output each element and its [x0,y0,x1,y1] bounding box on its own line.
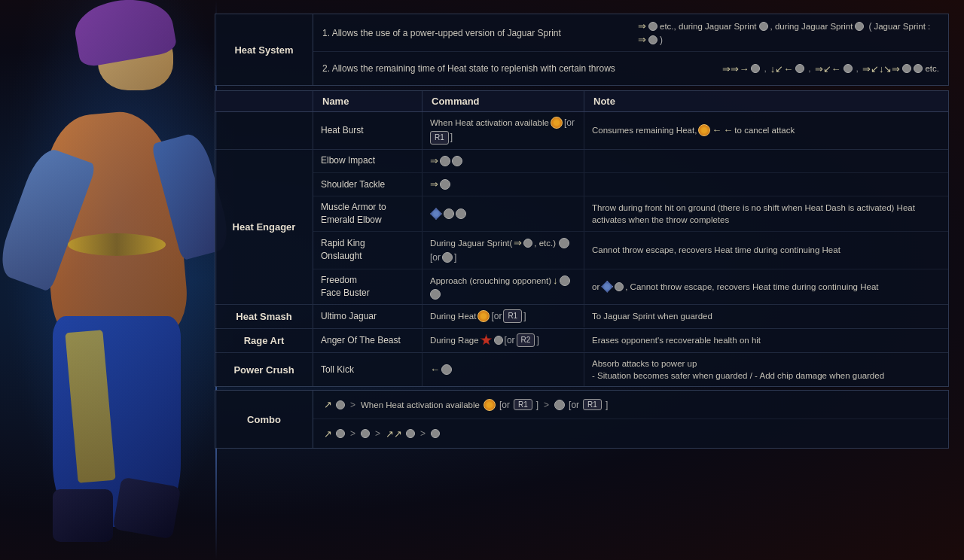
heat-burst-name: Heat Burst [313,112,423,149]
power-crush-label: Power Crush [215,353,313,386]
r1-box-hb: R1 [430,131,449,145]
rk-bracket2: ] [454,251,456,264]
elbow-impact-row: Elbow Impact ⇒ [313,150,948,173]
combo2-dot4 [431,429,440,438]
combo1-r1b: R1 [583,399,602,410]
combo1-sep2: > [544,400,549,410]
muscle-armor-text: Muscle Armor toEmerald Elbow [321,201,386,227]
d2 [795,64,804,73]
tk-arrow: ← [430,363,440,376]
heat-burst-note-text: Consumes remaining Heat, [592,124,697,136]
circle-dot-4 [648,35,657,44]
combo1-when: When Heat activation available [361,400,480,409]
heat-engager-rows: Elbow Impact ⇒ Shoulder Tackle ⇒ [313,150,948,304]
heat-system-panel: Heat System 1. Allows the use of a power… [215,14,949,86]
rapid-king-text: Rapid KingOnslaught [321,237,365,263]
heat-system-row-1: 1. Allows the use of a power-upped versi… [313,14,948,52]
muscle-armor-row: Muscle Armor toEmerald Elbow Throw durin… [313,196,948,232]
arrow-left-2: ← [723,123,733,137]
shoulder-tackle-row: Shoulder Tackle ⇒ [313,173,948,196]
combo-row-1: ↗ > When Heat activation available [or R… [313,391,948,419]
elbow-impact-cmd: ⇒ [423,150,584,172]
st-dot [440,179,450,190]
freedom-face-buster-row: FreedomFace Buster Approach (crouching o… [313,269,948,304]
heat-system-row-2: 2. Allows the remaining time of Heat sta… [313,52,948,85]
heat-engager-section: Heat Engager Elbow Impact ⇒ [215,150,948,305]
bracket-close: ) [660,35,663,45]
combo-panel: Combo ↗ > When Heat activation available… [215,390,949,449]
muscle-armor-note: Throw during front hit on ground (there … [584,196,948,231]
combo1-dot2 [554,400,565,410]
th-command: Command [423,91,584,111]
heat-burst-command: When Heat activation available [or R1 ] [423,112,584,149]
ei-dot2 [452,156,462,166]
combo1-sep1: > [350,400,355,410]
heat-system-row-1-text: 1. Allows the use of a power-upped versi… [322,28,638,38]
circle-dot-1 [648,22,657,31]
combo1-heat-icon [484,399,496,411]
ab-dot [494,336,503,345]
ffb-dot1 [560,275,570,286]
shoulder-tackle-cmd: ⇒ [423,173,584,196]
heat-burst-group-empty [215,112,313,149]
combo2-arrow1: ↗ [324,428,332,440]
arrow-left-1: ← [712,123,721,137]
d1 [751,64,760,73]
toll-kick-note: Absorb attacks to power up - Situation b… [584,353,948,386]
uj-r1: R1 [503,309,522,323]
sep3: , [856,63,859,74]
ma-dot1 [444,208,454,219]
ffb-approach: Approach (crouching opponent) [430,275,551,287]
ffb-text: FreedomFace Buster [321,274,370,300]
ffb-special-icon [601,281,613,293]
arrows-multi: ⇒⇒→ [722,63,749,75]
ab-rage-icon [480,334,493,346]
content-area: Heat System 1. Allows the use of a power… [215,14,949,548]
combo2-arrow2: ↗↗ [386,428,402,440]
combo2-dot1 [336,429,345,438]
freedom-face-buster-cmd: Approach (crouching opponent) ↓ [423,269,584,304]
uj-during-heat: During Heat [430,310,476,322]
main-table-panel: Name Command Note Heat Burst When Heat a… [215,90,949,387]
heat-system-row-1-commands: ⇒ etc., during Jaguar Sprint , during Ja… [638,20,939,45]
heat-system-title: Heat System [234,44,293,56]
arrow-right-2: ⇒ [638,34,646,45]
shoulder-tackle-note [584,173,948,196]
hb-bracket-or: [or [564,117,575,129]
sep2: , [808,63,810,74]
circle-dot-2 [759,22,768,31]
ab-bracket1: [or [505,334,515,347]
shoulder-tackle-name: Shoulder Tackle [313,173,423,196]
rage-art-label: Rage Art [215,329,313,352]
sep1: , [764,63,766,74]
ma-dot2 [456,208,466,219]
muscle-armor-cmd [423,196,584,231]
toll-kick-cmd: ← [423,353,584,386]
rapid-king-cmd: During Jaguar Sprint( ⇒ , etc.) [or ] [423,232,584,269]
ffb-note-text: , Cannot throw escape, recovers Heat tim… [625,281,878,293]
combo-row-2: ↗ > > ↗↗ > [313,419,948,448]
power-crush-section: Power Crush Toll Kick ← Absorb attacks t… [215,353,948,386]
d3 [844,64,853,73]
d5 [914,64,923,73]
anger-beast-note: Erases opponent's recoverable health on … [584,329,948,352]
anger-beast-cmd: During Rage [or R2 ] [423,329,584,352]
rk-during: During Jaguar Sprint( [430,237,512,249]
combo1-br2: ] [536,400,538,410]
combo1-br4: ] [606,400,608,410]
rapid-king-name: Rapid KingOnslaught [313,232,423,269]
uj-bracket2: ] [523,310,526,323]
muscle-armor-name: Muscle Armor toEmerald Elbow [313,196,423,231]
cmd-text-etc: etc., during Jaguar Sprint [660,22,757,31]
heat-system-row-2-text: 2. Allows the remaining time of Heat sta… [322,63,722,74]
ultimo-jaguar-name: Ultimo Jaguar [313,305,423,327]
elbow-impact-note [584,150,948,172]
heat-smash-section: Heat Smash Ultimo Jaguar During Heat [or… [215,305,948,329]
uj-heat-icon [477,310,490,322]
d4 [902,64,911,73]
rk-dot3 [442,252,453,263]
rk-dot1 [523,239,532,248]
heat-system-label: Heat System [215,14,313,85]
arrow-right-icon: ⇒ [638,20,646,32]
heat-engager-label: Heat Engager [215,150,313,304]
